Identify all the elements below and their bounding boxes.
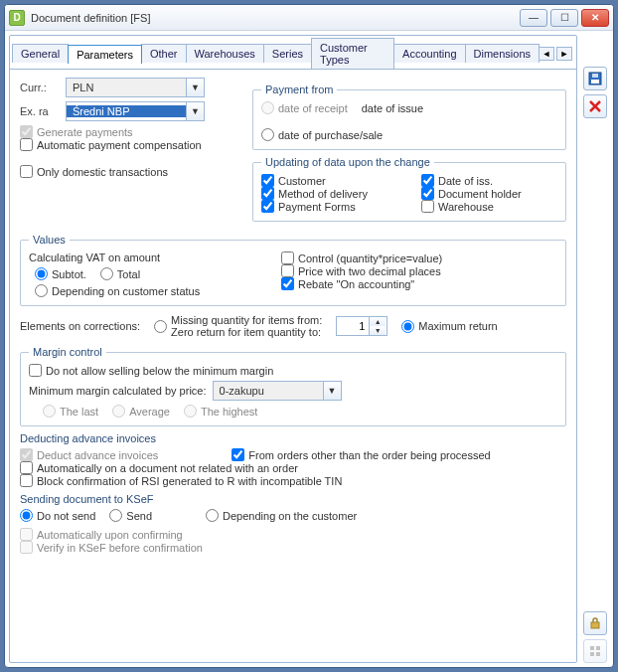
svg-rect-7: [596, 646, 600, 650]
x-icon: [588, 99, 602, 113]
corrections-missing-radio[interactable]: Missing quantity for items from: Zero re…: [154, 314, 322, 338]
titlebar: D Document definition [FS] — ☐ ✕: [5, 5, 613, 31]
ksef-verify-checkbox[interactable]: Verify in KSeF before confirmation: [20, 541, 566, 554]
svg-rect-6: [590, 646, 594, 650]
only-domestic-checkbox[interactable]: Only domestic transactions: [20, 165, 229, 178]
ksef-send-radio[interactable]: Send: [109, 509, 152, 522]
tab-parameters[interactable]: Parameters: [68, 45, 142, 64]
window: D Document definition [FS] — ☐ ✕ General…: [4, 4, 614, 668]
tab-dimensions[interactable]: Dimensions: [465, 44, 540, 63]
tab-other[interactable]: Other: [141, 44, 187, 63]
updating-method-delivery-checkbox[interactable]: Method of delivery: [261, 187, 397, 200]
chevron-down-icon: ▼: [323, 382, 341, 400]
payment-from-purchase-radio[interactable]: date of purchase/sale: [261, 128, 383, 141]
tab-content: Curr.: PLN ▼ Ex. ra Średni NBP ▼: [10, 70, 576, 662]
deduct-advance-checkbox[interactable]: Deduct advance invoices: [20, 448, 158, 461]
spinner-down[interactable]: ▼: [370, 326, 386, 335]
more-button[interactable]: [583, 639, 607, 663]
grid-icon: [588, 644, 602, 658]
save-button[interactable]: [583, 67, 607, 90]
updating-customer-checkbox[interactable]: Customer: [261, 174, 397, 187]
deducting-title: Deducting advance invoices: [20, 432, 566, 444]
vat-total-radio[interactable]: Total: [100, 267, 140, 280]
maximize-button[interactable]: ☐: [550, 9, 578, 27]
exrate-label: Ex. ra: [20, 105, 60, 117]
tab-scroll-right[interactable]: ►: [556, 47, 572, 61]
updating-payment-forms-checkbox[interactable]: Payment Forms: [261, 200, 397, 213]
delete-button[interactable]: [583, 94, 607, 118]
calc-vat-title: Calculating VAT on amount: [29, 252, 257, 263]
close-button[interactable]: ✕: [581, 9, 609, 27]
exchange-rate-combo[interactable]: Średni NBP ▼: [66, 101, 205, 121]
lock-icon: [588, 616, 602, 630]
min-margin-combo[interactable]: 0-zakupu ▼: [213, 381, 342, 401]
chevron-down-icon: ▼: [186, 79, 204, 96]
margin-highest-radio[interactable]: The highest: [184, 405, 257, 418]
payment-from-receipt-radio[interactable]: date of receipt: [261, 101, 348, 114]
generate-payments-checkbox[interactable]: Generate payments: [20, 125, 229, 138]
margin-last-radio[interactable]: The last: [43, 405, 98, 418]
payment-from-issue-radio[interactable]: date of issue: [362, 102, 423, 114]
sidebar: [581, 35, 609, 663]
margin-control-group: Margin control Do not allow selling belo…: [20, 346, 566, 426]
min-margin-label: Minimum margin calculated by price:: [29, 385, 207, 397]
tab-scroll-left[interactable]: ◄: [539, 47, 554, 61]
updating-group: Updating of data upon the change Custome…: [252, 156, 566, 222]
values-group: Values Calculating VAT on amount Subtot.…: [20, 234, 566, 306]
payment-from-group: Payment from date of receipt date of iss…: [252, 84, 566, 150]
margin-disallow-checkbox[interactable]: Do not allow selling below the minimum m…: [29, 364, 557, 377]
svg-rect-9: [596, 652, 600, 656]
currency-label: Curr.:: [20, 82, 60, 93]
rebate-accounting-checkbox[interactable]: Rebate "On accounting": [281, 277, 557, 290]
vat-depending-radio[interactable]: Depending on customer status: [35, 284, 257, 297]
elements-corrections-label: Elements on corrections:: [20, 320, 140, 332]
tab-bar: General Parameters Other Warehouses Seri…: [10, 36, 576, 70]
tab-series[interactable]: Series: [263, 44, 312, 63]
currency-combo[interactable]: PLN ▼: [66, 78, 205, 97]
svg-rect-5: [591, 622, 599, 628]
svg-rect-1: [591, 80, 599, 84]
updating-warehouse-checkbox[interactable]: Warehouse: [421, 200, 557, 213]
window-title: Document definition [FS]: [31, 12, 520, 24]
tab-customer-types[interactable]: Customer Types: [311, 38, 394, 69]
svg-rect-2: [592, 74, 598, 78]
auto-not-related-checkbox[interactable]: Automatically on a document not related …: [20, 461, 566, 474]
tab-general[interactable]: General: [12, 44, 69, 63]
svg-rect-8: [590, 652, 594, 656]
ksef-auto-confirm-checkbox[interactable]: Automatically upon confirming: [20, 528, 566, 541]
ksef-do-not-send-radio[interactable]: Do not send: [20, 509, 95, 522]
spinner-up[interactable]: ▲: [370, 317, 386, 326]
vat-subtot-radio[interactable]: Subtot.: [35, 267, 86, 280]
app-icon: D: [9, 10, 25, 26]
floppy-icon: [588, 72, 602, 85]
ksef-title: Sending document to KSeF: [20, 493, 566, 505]
control-qty-checkbox[interactable]: Control (quantity*price=value): [281, 252, 557, 264]
price-two-dec-checkbox[interactable]: Price with two decimal places: [281, 264, 557, 277]
main-panel: General Parameters Other Warehouses Seri…: [9, 35, 577, 663]
from-orders-checkbox[interactable]: From orders other than the order being p…: [232, 448, 490, 461]
tab-warehouses[interactable]: Warehouses: [186, 44, 264, 63]
chevron-down-icon: ▼: [186, 102, 204, 120]
block-rsi-checkbox[interactable]: Block confirmation of RSI generated to R…: [20, 474, 566, 487]
updating-doc-holder-checkbox[interactable]: Document holder: [421, 187, 557, 200]
margin-average-radio[interactable]: Average: [112, 405, 170, 418]
updating-date-iss-checkbox[interactable]: Date of iss.: [421, 174, 557, 187]
minimize-button[interactable]: —: [520, 9, 547, 27]
tab-accounting[interactable]: Accounting: [393, 44, 465, 63]
auto-payment-comp-checkbox[interactable]: Automatic payment compensation: [20, 138, 229, 151]
corrections-quantity-spinner[interactable]: ▲▼: [336, 316, 387, 336]
lock-button[interactable]: [583, 611, 607, 635]
ksef-depending-radio[interactable]: Depending on the customer: [206, 509, 357, 522]
corrections-max-return-radio[interactable]: Maximum return: [401, 320, 497, 333]
